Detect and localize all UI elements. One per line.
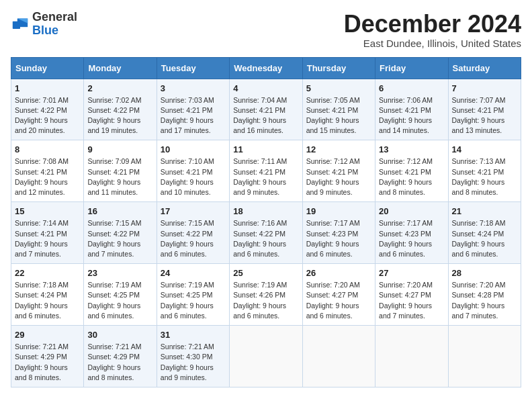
day-info: Sunrise: 7:20 AMSunset: 4:27 PMDaylight:… <box>379 280 444 321</box>
calendar-cell: 9Sunrise: 7:09 AMSunset: 4:21 PMDaylight… <box>84 140 157 202</box>
calendar-cell: 11Sunrise: 7:11 AMSunset: 4:21 PMDayligh… <box>230 140 302 202</box>
day-info: Sunrise: 7:20 AMSunset: 4:27 PMDaylight:… <box>306 280 371 321</box>
svg-rect-2 <box>13 21 20 29</box>
day-number: 27 <box>379 268 444 278</box>
calendar-cell: 18Sunrise: 7:16 AMSunset: 4:22 PMDayligh… <box>230 202 302 264</box>
day-number: 12 <box>306 144 371 154</box>
day-number: 24 <box>161 268 226 278</box>
day-info: Sunrise: 7:09 AMSunset: 4:21 PMDaylight:… <box>87 156 152 197</box>
logo-blue-text: Blue <box>32 24 58 37</box>
header-day-wednesday: Wednesday <box>230 57 302 79</box>
day-number: 3 <box>161 83 226 93</box>
day-number: 1 <box>15 83 80 93</box>
calendar-cell: 19Sunrise: 7:17 AMSunset: 4:23 PMDayligh… <box>302 202 375 264</box>
day-info: Sunrise: 7:12 AMSunset: 4:21 PMDaylight:… <box>306 156 371 197</box>
day-info: Sunrise: 7:20 AMSunset: 4:28 PMDaylight:… <box>452 280 517 321</box>
day-number: 25 <box>233 268 298 278</box>
calendar-cell: 4Sunrise: 7:04 AMSunset: 4:21 PMDaylight… <box>230 79 302 140</box>
day-number: 4 <box>233 83 298 93</box>
day-number: 29 <box>15 330 80 340</box>
day-number: 23 <box>87 268 152 278</box>
day-info: Sunrise: 7:10 AMSunset: 4:21 PMDaylight:… <box>161 156 226 197</box>
calendar-cell: 15Sunrise: 7:14 AMSunset: 4:21 PMDayligh… <box>11 202 84 264</box>
day-number: 13 <box>379 144 444 154</box>
day-info: Sunrise: 7:03 AMSunset: 4:21 PMDaylight:… <box>161 95 226 136</box>
logo: General Blue <box>11 11 77 38</box>
calendar-cell: 27Sunrise: 7:20 AMSunset: 4:27 PMDayligh… <box>375 264 448 326</box>
day-number: 18 <box>233 206 298 216</box>
day-number: 22 <box>15 268 80 278</box>
day-number: 30 <box>87 330 152 340</box>
day-info: Sunrise: 7:13 AMSunset: 4:21 PMDaylight:… <box>452 156 517 197</box>
calendar-week-5: 29Sunrise: 7:21 AMSunset: 4:29 PMDayligh… <box>11 326 521 387</box>
calendar-cell: 7Sunrise: 7:07 AMSunset: 4:21 PMDaylight… <box>448 79 521 140</box>
day-number: 14 <box>452 144 517 154</box>
header-day-thursday: Thursday <box>302 57 375 79</box>
day-info: Sunrise: 7:21 AMSunset: 4:29 PMDaylight:… <box>87 342 152 383</box>
day-info: Sunrise: 7:18 AMSunset: 4:24 PMDaylight:… <box>15 280 80 321</box>
day-number: 17 <box>161 206 226 216</box>
calendar-cell: 28Sunrise: 7:20 AMSunset: 4:28 PMDayligh… <box>448 264 521 326</box>
day-info: Sunrise: 7:19 AMSunset: 4:26 PMDaylight:… <box>233 280 298 321</box>
day-number: 8 <box>15 144 80 154</box>
calendar-cell: 20Sunrise: 7:17 AMSunset: 4:23 PMDayligh… <box>375 202 448 264</box>
calendar-cell: 24Sunrise: 7:19 AMSunset: 4:25 PMDayligh… <box>157 264 229 326</box>
day-info: Sunrise: 7:04 AMSunset: 4:21 PMDaylight:… <box>233 95 298 136</box>
calendar-cell: 3Sunrise: 7:03 AMSunset: 4:21 PMDaylight… <box>157 79 229 140</box>
header-day-friday: Friday <box>375 57 448 79</box>
header-day-monday: Monday <box>84 57 157 79</box>
calendar-cell: 8Sunrise: 7:08 AMSunset: 4:21 PMDaylight… <box>11 140 84 202</box>
day-number: 10 <box>161 144 226 154</box>
day-info: Sunrise: 7:21 AMSunset: 4:30 PMDaylight:… <box>161 342 226 383</box>
day-info: Sunrise: 7:15 AMSunset: 4:22 PMDaylight:… <box>161 218 226 259</box>
header-day-tuesday: Tuesday <box>157 57 229 79</box>
day-info: Sunrise: 7:02 AMSunset: 4:22 PMDaylight:… <box>87 95 152 136</box>
calendar-cell <box>448 326 521 387</box>
day-number: 6 <box>379 83 444 93</box>
header-day-saturday: Saturday <box>448 57 521 79</box>
calendar-cell: 2Sunrise: 7:02 AMSunset: 4:22 PMDaylight… <box>84 79 157 140</box>
day-info: Sunrise: 7:14 AMSunset: 4:21 PMDaylight:… <box>15 218 80 259</box>
day-number: 9 <box>87 144 152 154</box>
day-number: 21 <box>452 206 517 216</box>
calendar-cell: 10Sunrise: 7:10 AMSunset: 4:21 PMDayligh… <box>157 140 229 202</box>
page-header: General Blue December 2024 East Dundee, … <box>11 11 521 49</box>
day-info: Sunrise: 7:19 AMSunset: 4:25 PMDaylight:… <box>87 280 152 321</box>
calendar-cell: 16Sunrise: 7:15 AMSunset: 4:22 PMDayligh… <box>84 202 157 264</box>
day-number: 20 <box>379 206 444 216</box>
day-info: Sunrise: 7:16 AMSunset: 4:22 PMDaylight:… <box>233 218 298 259</box>
day-info: Sunrise: 7:19 AMSunset: 4:25 PMDaylight:… <box>161 280 226 321</box>
day-info: Sunrise: 7:17 AMSunset: 4:23 PMDaylight:… <box>379 218 444 259</box>
calendar-cell: 26Sunrise: 7:20 AMSunset: 4:27 PMDayligh… <box>302 264 375 326</box>
day-info: Sunrise: 7:17 AMSunset: 4:23 PMDaylight:… <box>306 218 371 259</box>
title-block: December 2024 East Dundee, Illinois, Uni… <box>344 11 521 49</box>
day-info: Sunrise: 7:05 AMSunset: 4:21 PMDaylight:… <box>306 95 371 136</box>
calendar-cell: 22Sunrise: 7:18 AMSunset: 4:24 PMDayligh… <box>11 264 84 326</box>
calendar-cell <box>230 326 302 387</box>
day-number: 5 <box>306 83 371 93</box>
header-day-sunday: Sunday <box>11 57 84 79</box>
day-info: Sunrise: 7:15 AMSunset: 4:22 PMDaylight:… <box>87 218 152 259</box>
calendar-cell: 14Sunrise: 7:13 AMSunset: 4:21 PMDayligh… <box>448 140 521 202</box>
calendar-cell: 6Sunrise: 7:06 AMSunset: 4:21 PMDaylight… <box>375 79 448 140</box>
day-number: 16 <box>87 206 152 216</box>
calendar-week-1: 1Sunrise: 7:01 AMSunset: 4:22 PMDaylight… <box>11 79 521 140</box>
logo-icon <box>11 15 30 34</box>
subtitle: East Dundee, Illinois, United States <box>344 38 521 49</box>
day-info: Sunrise: 7:06 AMSunset: 4:21 PMDaylight:… <box>379 95 444 136</box>
calendar-cell: 29Sunrise: 7:21 AMSunset: 4:29 PMDayligh… <box>11 326 84 387</box>
calendar-week-3: 15Sunrise: 7:14 AMSunset: 4:21 PMDayligh… <box>11 202 521 264</box>
day-number: 31 <box>161 330 226 340</box>
calendar-cell: 25Sunrise: 7:19 AMSunset: 4:26 PMDayligh… <box>230 264 302 326</box>
calendar-cell: 5Sunrise: 7:05 AMSunset: 4:21 PMDaylight… <box>302 79 375 140</box>
calendar-table: SundayMondayTuesdayWednesdayThursdayFrid… <box>11 57 521 387</box>
calendar-week-2: 8Sunrise: 7:08 AMSunset: 4:21 PMDaylight… <box>11 140 521 202</box>
logo-general-text: General <box>32 10 77 24</box>
day-number: 15 <box>15 206 80 216</box>
calendar-cell: 30Sunrise: 7:21 AMSunset: 4:29 PMDayligh… <box>84 326 157 387</box>
day-number: 28 <box>452 268 517 278</box>
calendar-week-4: 22Sunrise: 7:18 AMSunset: 4:24 PMDayligh… <box>11 264 521 326</box>
calendar-cell: 13Sunrise: 7:12 AMSunset: 4:21 PMDayligh… <box>375 140 448 202</box>
day-info: Sunrise: 7:18 AMSunset: 4:24 PMDaylight:… <box>452 218 517 259</box>
day-number: 19 <box>306 206 371 216</box>
